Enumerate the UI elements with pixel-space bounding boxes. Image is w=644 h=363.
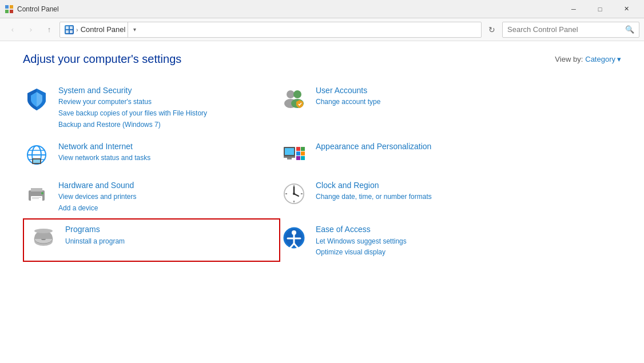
viewby-value-text: Category: [585, 55, 615, 63]
svg-rect-5: [70, 26, 73, 29]
category-system-security[interactable]: System and Security Review your computer…: [23, 79, 280, 135]
path-text: Control Panel: [81, 25, 126, 34]
network-internet-name[interactable]: Network and Internet: [58, 141, 150, 151]
svg-rect-27: [296, 156, 300, 160]
svg-rect-23: [296, 147, 300, 151]
svg-rect-18: [33, 159, 40, 163]
system-security-link-2[interactable]: Save backup copies of your files with Fi…: [58, 109, 207, 118]
path-icon: [65, 25, 74, 34]
forward-button[interactable]: ›: [23, 22, 39, 38]
svg-rect-4: [66, 26, 69, 29]
network-internet-icon: [23, 141, 50, 169]
viewby-label: View by:: [555, 55, 583, 63]
addressbar: ‹ › ↑ › Control Panel ▾ ↻ 🔍: [0, 18, 644, 41]
svg-rect-25: [296, 151, 300, 155]
appearance-icon: [280, 141, 308, 169]
category-clock-region[interactable]: Clock and Region Change date, time, or n…: [280, 174, 538, 219]
window-controls: ─ □ ✕: [560, 0, 639, 18]
svg-rect-2: [5, 10, 9, 13]
hardware-sound-icon: [23, 180, 50, 208]
maximize-button[interactable]: □: [587, 0, 613, 18]
svg-rect-6: [66, 30, 69, 33]
minimize-button[interactable]: ─: [560, 0, 587, 18]
main-content: Adjust your computer's settings View by:…: [0, 41, 644, 363]
category-hardware-sound[interactable]: Hardware and Sound View devices and prin…: [23, 174, 280, 219]
svg-rect-26: [301, 151, 305, 155]
page-title: Adjust your computer's settings: [23, 53, 181, 66]
search-icon[interactable]: 🔍: [625, 25, 634, 34]
svg-point-39: [293, 193, 295, 195]
appearance-text: Appearance and Personalization: [316, 141, 431, 151]
svg-rect-0: [5, 5, 9, 9]
network-internet-link-1[interactable]: View network status and tasks: [58, 153, 150, 163]
svg-rect-32: [32, 197, 41, 198]
search-input[interactable]: [507, 25, 625, 34]
viewby-arrow: ▾: [617, 55, 621, 63]
svg-rect-7: [70, 30, 73, 33]
svg-rect-33: [32, 198, 39, 199]
svg-rect-28: [301, 156, 305, 160]
back-button[interactable]: ‹: [5, 22, 21, 38]
user-accounts-text: User Accounts Change account type: [316, 85, 380, 107]
search-box: 🔍: [502, 22, 639, 38]
user-accounts-icon: [280, 85, 308, 113]
category-user-accounts[interactable]: User Accounts Change account type: [280, 79, 538, 135]
hardware-sound-link-2[interactable]: Add a device: [58, 204, 137, 213]
programs-icon: [30, 224, 57, 252]
path-separator: ›: [76, 26, 78, 33]
window-title: Control Panel: [17, 5, 560, 13]
svg-point-48: [34, 229, 53, 233]
svg-rect-22: [287, 158, 292, 159]
svg-rect-24: [301, 147, 305, 151]
clock-region-name[interactable]: Clock and Region: [316, 180, 432, 190]
system-security-icon: [23, 85, 50, 113]
system-security-text: System and Security Review your computer…: [58, 85, 207, 130]
address-dropdown[interactable]: ▾: [128, 22, 141, 38]
viewby-value[interactable]: Category ▾: [585, 55, 621, 63]
close-button[interactable]: ✕: [613, 0, 639, 18]
svg-point-34: [41, 192, 43, 194]
hardware-sound-name[interactable]: Hardware and Sound: [58, 180, 137, 190]
clock-region-text: Clock and Region Change date, time, or n…: [316, 180, 432, 202]
titlebar: Control Panel ─ □ ✕: [0, 0, 644, 18]
app-icon: [5, 5, 14, 14]
svg-rect-20: [285, 148, 294, 155]
ease-of-access-name[interactable]: Ease of Access: [316, 224, 407, 234]
category-programs[interactable]: Programs Uninstall a program: [23, 218, 280, 262]
network-internet-text: Network and Internet View network status…: [58, 141, 150, 163]
user-accounts-link-1[interactable]: Change account type: [316, 97, 380, 107]
programs-name[interactable]: Programs: [65, 224, 125, 234]
address-path[interactable]: › Control Panel ▾: [59, 22, 482, 38]
hardware-sound-link-1[interactable]: View devices and printers: [58, 192, 137, 202]
categories-grid: System and Security Review your computer…: [23, 79, 538, 263]
user-accounts-name[interactable]: User Accounts: [316, 85, 380, 95]
system-security-link-1[interactable]: Review your computer's status: [58, 97, 207, 107]
category-appearance[interactable]: Appearance and Personalization: [280, 135, 538, 174]
system-security-name[interactable]: System and Security: [58, 85, 207, 95]
viewby: View by: Category ▾: [555, 55, 621, 63]
up-button[interactable]: ↑: [41, 22, 57, 38]
system-security-link-3[interactable]: Backup and Restore (Windows 7): [58, 120, 207, 130]
appearance-name[interactable]: Appearance and Personalization: [316, 141, 431, 151]
ease-of-access-text: Ease of Access Let Windows suggest setti…: [316, 224, 407, 257]
ease-of-access-icon: [280, 224, 308, 252]
svg-point-10: [293, 90, 301, 98]
category-network-internet[interactable]: Network and Internet View network status…: [23, 135, 280, 174]
svg-rect-1: [10, 5, 13, 9]
svg-rect-21: [284, 156, 295, 158]
svg-rect-3: [10, 10, 13, 13]
page-header: Adjust your computer's settings View by:…: [23, 53, 621, 66]
refresh-button[interactable]: ↻: [484, 22, 500, 38]
hardware-sound-text: Hardware and Sound View devices and prin…: [58, 180, 137, 213]
svg-rect-30: [31, 188, 42, 192]
ease-of-access-link-2[interactable]: Optimize visual display: [316, 248, 407, 257]
clock-region-icon: [280, 180, 308, 208]
svg-point-8: [287, 90, 295, 98]
programs-link-1[interactable]: Uninstall a program: [65, 237, 125, 246]
category-ease-of-access[interactable]: Ease of Access Let Windows suggest setti…: [280, 218, 538, 263]
ease-of-access-link-1[interactable]: Let Windows suggest settings: [316, 237, 407, 246]
programs-text: Programs Uninstall a program: [65, 224, 125, 246]
clock-region-link-1[interactable]: Change date, time, or number formats: [316, 192, 432, 202]
